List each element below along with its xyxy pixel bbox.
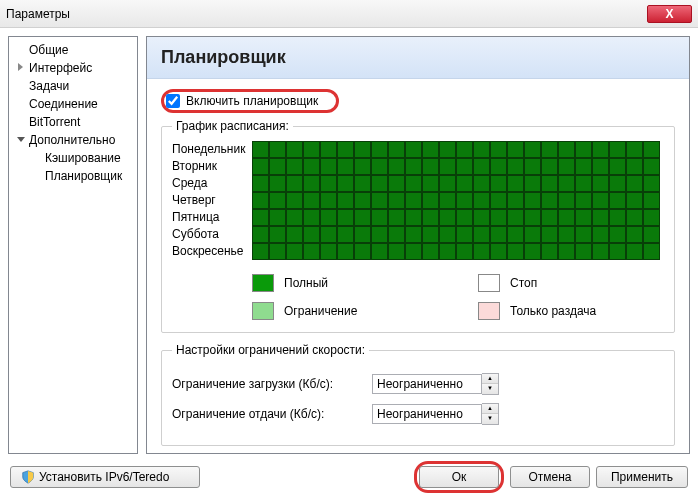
schedule-cell[interactable] <box>609 175 626 192</box>
schedule-cell[interactable] <box>388 141 405 158</box>
schedule-cell[interactable] <box>252 175 269 192</box>
close-icon[interactable]: X <box>647 5 692 23</box>
schedule-cell[interactable] <box>320 192 337 209</box>
schedule-cell[interactable] <box>422 243 439 260</box>
schedule-cell[interactable] <box>422 158 439 175</box>
schedule-cell[interactable] <box>558 226 575 243</box>
schedule-cell[interactable] <box>371 192 388 209</box>
schedule-cell[interactable] <box>575 175 592 192</box>
schedule-cell[interactable] <box>643 226 660 243</box>
schedule-cell[interactable] <box>405 226 422 243</box>
schedule-cell[interactable] <box>252 141 269 158</box>
schedule-cell[interactable] <box>337 175 354 192</box>
schedule-cell[interactable] <box>626 141 643 158</box>
schedule-cell[interactable] <box>473 243 490 260</box>
schedule-cell[interactable] <box>643 243 660 260</box>
schedule-cell[interactable] <box>456 192 473 209</box>
schedule-cell[interactable] <box>524 175 541 192</box>
upload-spin-up[interactable]: ▲ <box>482 404 498 414</box>
schedule-cell[interactable] <box>422 192 439 209</box>
schedule-cell[interactable] <box>524 226 541 243</box>
schedule-cell[interactable] <box>252 192 269 209</box>
schedule-cell[interactable] <box>286 226 303 243</box>
schedule-cell[interactable] <box>371 226 388 243</box>
schedule-cell[interactable] <box>422 175 439 192</box>
schedule-cell[interactable] <box>286 243 303 260</box>
schedule-cell[interactable] <box>541 141 558 158</box>
upload-limit-input[interactable] <box>372 404 482 424</box>
schedule-grid[interactable]: ПонедельникВторникСредаЧетвергПятницаСуб… <box>172 141 664 260</box>
schedule-cell[interactable] <box>524 243 541 260</box>
sidebar-item-bittorrent[interactable]: BitTorrent <box>11 113 135 131</box>
schedule-cell[interactable] <box>473 209 490 226</box>
schedule-cell[interactable] <box>609 192 626 209</box>
schedule-cell[interactable] <box>286 209 303 226</box>
schedule-cell[interactable] <box>473 226 490 243</box>
schedule-cell[interactable] <box>320 158 337 175</box>
schedule-cell[interactable] <box>405 141 422 158</box>
schedule-cell[interactable] <box>507 226 524 243</box>
schedule-cell[interactable] <box>439 192 456 209</box>
schedule-cell[interactable] <box>575 243 592 260</box>
schedule-cell[interactable] <box>575 192 592 209</box>
download-spin-up[interactable]: ▲ <box>482 374 498 384</box>
schedule-cell[interactable] <box>456 209 473 226</box>
apply-button[interactable]: Применить <box>596 466 688 488</box>
schedule-cell[interactable] <box>558 209 575 226</box>
schedule-cell[interactable] <box>490 175 507 192</box>
cancel-button[interactable]: Отмена <box>510 466 590 488</box>
schedule-cell[interactable] <box>541 192 558 209</box>
schedule-cell[interactable] <box>439 141 456 158</box>
schedule-cell[interactable] <box>490 192 507 209</box>
schedule-cell[interactable] <box>575 226 592 243</box>
schedule-cell[interactable] <box>269 209 286 226</box>
schedule-cell[interactable] <box>524 192 541 209</box>
sidebar-item-scheduler[interactable]: Планировщик <box>11 167 135 185</box>
sidebar-item-advanced[interactable]: Дополнительно <box>11 131 135 149</box>
schedule-cell[interactable] <box>524 158 541 175</box>
schedule-cell[interactable] <box>337 243 354 260</box>
schedule-cell[interactable] <box>354 243 371 260</box>
schedule-cell[interactable] <box>286 158 303 175</box>
download-limit-input[interactable] <box>372 374 482 394</box>
schedule-cell[interactable] <box>643 175 660 192</box>
schedule-cell[interactable] <box>439 226 456 243</box>
schedule-cell[interactable] <box>405 158 422 175</box>
schedule-cell[interactable] <box>456 141 473 158</box>
schedule-cell[interactable] <box>643 209 660 226</box>
schedule-cell[interactable] <box>473 175 490 192</box>
schedule-cell[interactable] <box>626 226 643 243</box>
schedule-cell[interactable] <box>643 141 660 158</box>
schedule-cell[interactable] <box>507 243 524 260</box>
schedule-cell[interactable] <box>507 175 524 192</box>
schedule-cell[interactable] <box>609 209 626 226</box>
schedule-cell[interactable] <box>269 175 286 192</box>
schedule-cell[interactable] <box>456 226 473 243</box>
schedule-cell[interactable] <box>320 243 337 260</box>
schedule-cell[interactable] <box>354 141 371 158</box>
schedule-cell[interactable] <box>439 175 456 192</box>
sidebar-item-general[interactable]: Общие <box>11 41 135 59</box>
schedule-cell[interactable] <box>269 192 286 209</box>
schedule-cell[interactable] <box>388 175 405 192</box>
schedule-cell[interactable] <box>269 158 286 175</box>
schedule-cell[interactable] <box>592 175 609 192</box>
schedule-cell[interactable] <box>354 226 371 243</box>
schedule-cell[interactable] <box>320 175 337 192</box>
schedule-cell[interactable] <box>354 158 371 175</box>
schedule-cell[interactable] <box>422 209 439 226</box>
schedule-cell[interactable] <box>405 243 422 260</box>
schedule-cell[interactable] <box>490 141 507 158</box>
schedule-cell[interactable] <box>371 141 388 158</box>
schedule-cell[interactable] <box>320 141 337 158</box>
schedule-cell[interactable] <box>541 175 558 192</box>
enable-scheduler-checkbox[interactable] <box>166 94 180 108</box>
schedule-cell[interactable] <box>609 141 626 158</box>
schedule-cell[interactable] <box>371 209 388 226</box>
schedule-cell[interactable] <box>252 226 269 243</box>
schedule-cell[interactable] <box>575 158 592 175</box>
schedule-cell[interactable] <box>643 158 660 175</box>
schedule-cell[interactable] <box>439 243 456 260</box>
schedule-cell[interactable] <box>626 209 643 226</box>
schedule-cell[interactable] <box>439 209 456 226</box>
